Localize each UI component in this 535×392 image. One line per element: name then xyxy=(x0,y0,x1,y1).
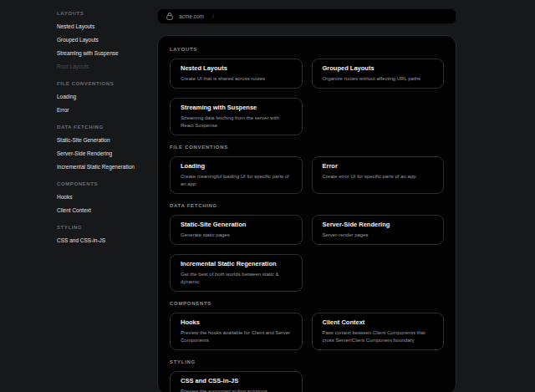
main-column: acme.com / LAYOUTS Nested Layouts Create… xyxy=(157,8,456,392)
sidebar-section-title: LAYOUTS xyxy=(57,7,159,20)
sidebar-section-title: STYLING xyxy=(57,221,159,234)
section-file-conventions: FILE CONVENTIONS Loading Create meaningf… xyxy=(170,144,444,194)
card-description: Organize routes without affecting URL pa… xyxy=(323,75,434,83)
section-label: LAYOUTS xyxy=(170,46,444,53)
section-data-fetching: DATA FETCHING Static-Site Generation Gen… xyxy=(170,202,444,292)
card-title: Static-Site Generation xyxy=(181,221,292,229)
card-error[interactable]: Error Create error UI for specific parts… xyxy=(312,156,445,194)
lock-icon xyxy=(166,13,173,20)
card-description: Server-render pages xyxy=(323,232,434,239)
card-streaming-with-suspense[interactable]: Streaming with Suspense Streaming data f… xyxy=(170,98,303,135)
card-description: Create error UI for specific parts of an… xyxy=(323,173,434,181)
sidebar-item-streaming-with-suspense[interactable]: Streaming with Suspense xyxy=(57,47,159,60)
card-title: Incremental Static Regeneration xyxy=(181,260,292,268)
card-client-context[interactable]: Client Context Pass context between Clie… xyxy=(312,313,445,350)
card-description: Generate static pages xyxy=(181,232,292,239)
card-title: Client Context xyxy=(323,318,434,327)
sidebar-section-file-conventions: FILE CONVENTIONS Loading Error xyxy=(57,77,159,117)
card-loading[interactable]: Loading Create meaningful loading UI for… xyxy=(170,156,303,194)
card-hooks[interactable]: Hooks Preview the hooks available for Cl… xyxy=(170,313,303,350)
card-grid: Loading Create meaningful loading UI for… xyxy=(170,156,444,194)
sidebar-item-nested-layouts[interactable]: Nested Layouts xyxy=(57,20,159,33)
sidebar-item-client-context[interactable]: Client Context xyxy=(57,204,159,217)
card-title: Nested Layouts xyxy=(181,64,292,73)
card-description: Create meaningful loading UI for specifi… xyxy=(181,173,292,188)
sidebar-item-error[interactable]: Error xyxy=(57,104,159,117)
card-static-site-generation[interactable]: Static-Site Generation Generate static p… xyxy=(170,215,303,245)
address-bar: acme.com / xyxy=(157,8,456,24)
section-styling: STYLING CSS and CSS-in-JS Preview the su… xyxy=(170,359,444,392)
card-title: Error xyxy=(323,162,434,171)
card-nested-layouts[interactable]: Nested Layouts Create UI that is shared … xyxy=(170,59,303,89)
sidebar-item-server-side-rendering[interactable]: Server-Side Rendering xyxy=(57,147,159,160)
sidebar-item-loading[interactable]: Loading xyxy=(57,90,159,104)
sidebar-item-css-and-css-in-js[interactable]: CSS and CSS-in-JS xyxy=(57,234,159,247)
card-description: Streaming data fetching from the server … xyxy=(181,115,292,130)
section-label: FILE CONVENTIONS xyxy=(170,144,444,150)
section-label: STYLING xyxy=(170,359,444,365)
address-path: / xyxy=(212,13,214,19)
sidebar-item-incremental-static-regeneration[interactable]: Incremental Static Regeneration xyxy=(57,160,159,174)
card-title: Hooks xyxy=(181,318,292,327)
card-incremental-static-regeneration[interactable]: Incremental Static Regeneration Get the … xyxy=(170,254,303,292)
card-description: Create UI that is shared across routes xyxy=(181,75,292,83)
sidebar-section-styling: STYLING CSS and CSS-in-JS xyxy=(57,221,159,247)
card-title: Server-Side Rendering xyxy=(323,221,434,229)
card-description: Preview the supported styling solutions xyxy=(181,388,292,392)
sidebar-item-root-layouts[interactable]: Root Layouts xyxy=(57,60,159,74)
card-description: Pass context between Client Components t… xyxy=(323,329,434,344)
sidebar-section-layouts: LAYOUTS Nested Layouts Grouped Layouts S… xyxy=(57,7,159,74)
sidebar-section-title: COMPONENTS xyxy=(57,177,159,191)
card-grid: CSS and CSS-in-JS Preview the supported … xyxy=(170,371,444,392)
section-components: COMPONENTS Hooks Preview the hooks avail… xyxy=(170,300,444,350)
section-label: DATA FETCHING xyxy=(170,202,444,209)
sidebar-section-title: FILE CONVENTIONS xyxy=(57,77,159,90)
sidebar-item-static-site-generation[interactable]: Static-Site Generation xyxy=(57,134,159,147)
card-grid: Static-Site Generation Generate static p… xyxy=(170,215,444,292)
card-grid: Nested Layouts Create UI that is shared … xyxy=(170,59,444,135)
sidebar: LAYOUTS Nested Layouts Grouped Layouts S… xyxy=(57,7,159,247)
card-grid: Hooks Preview the hooks available for Cl… xyxy=(170,313,444,350)
app-playground: LAYOUTS Nested Layouts Grouped Layouts S… xyxy=(0,0,535,392)
sidebar-item-grouped-layouts[interactable]: Grouped Layouts xyxy=(57,33,159,47)
address-domain: acme.com xyxy=(179,13,204,19)
sidebar-section-components: COMPONENTS Hooks Client Context xyxy=(57,177,159,217)
card-title: Loading xyxy=(181,162,292,171)
section-label: COMPONENTS xyxy=(170,300,444,307)
sidebar-section-title: DATA FETCHING xyxy=(57,120,159,134)
sidebar-item-hooks[interactable]: Hooks xyxy=(57,191,159,204)
card-description: Preview the hooks available for Client a… xyxy=(181,329,292,344)
card-title: Streaming with Suspense xyxy=(181,104,292,112)
content-panel: LAYOUTS Nested Layouts Create UI that is… xyxy=(157,35,456,392)
card-server-side-rendering[interactable]: Server-Side Rendering Server-render page… xyxy=(312,215,445,245)
section-layouts: LAYOUTS Nested Layouts Create UI that is… xyxy=(170,46,444,135)
card-title: CSS and CSS-in-JS xyxy=(181,377,292,385)
card-title: Grouped Layouts xyxy=(323,64,434,73)
card-css-and-css-in-js[interactable]: CSS and CSS-in-JS Preview the supported … xyxy=(170,371,303,392)
sidebar-section-data-fetching: DATA FETCHING Static-Site Generation Ser… xyxy=(57,120,159,174)
card-description: Get the best of both worlds between stat… xyxy=(181,271,292,286)
card-grouped-layouts[interactable]: Grouped Layouts Organize routes without … xyxy=(312,59,445,89)
